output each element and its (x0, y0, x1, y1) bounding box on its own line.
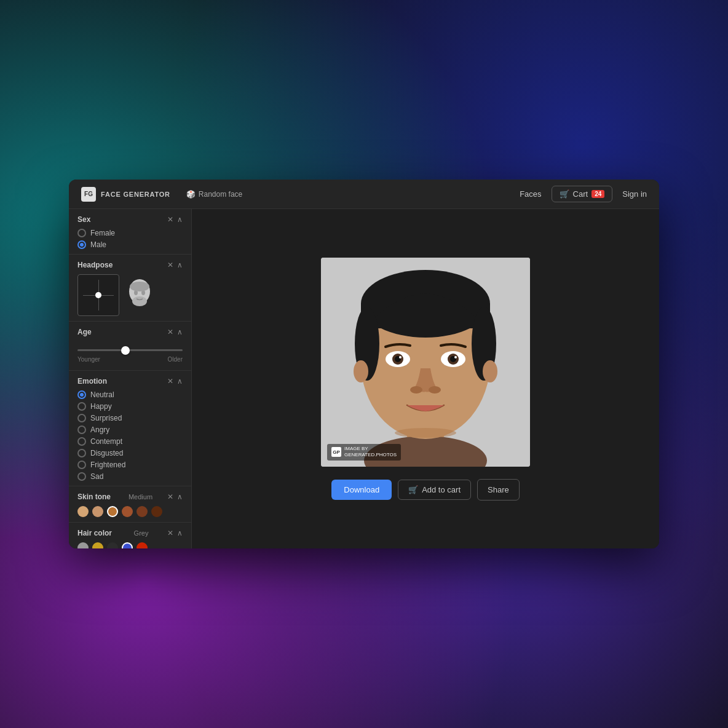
emotion-disgusted-radio[interactable] (77, 449, 86, 457)
headpose-collapse-icon[interactable]: ∧ (177, 261, 183, 269)
svg-point-24 (429, 386, 441, 394)
skin-tone-5[interactable] (136, 506, 148, 517)
sex-female-radio[interactable] (77, 229, 86, 237)
emotion-neutral-radio[interactable] (77, 390, 86, 399)
emotion-controls: ✕ ∧ (167, 377, 183, 386)
hair-color-blue[interactable] (122, 542, 133, 548)
dice-icon: 🎲 (186, 190, 196, 199)
emotion-collapse-icon[interactable]: ∧ (177, 377, 183, 386)
hair-color-black[interactable] (107, 542, 118, 548)
skin-tone-subtitle: Medium (129, 493, 152, 501)
emotion-radio-group: Neutral Happy Surprised Angry (77, 390, 183, 481)
age-min-label: Younger (77, 356, 100, 363)
cart-button[interactable]: 🛒 Cart 24 (552, 186, 613, 202)
emotion-happy-option[interactable]: Happy (77, 402, 183, 411)
svg-point-13 (354, 360, 368, 382)
emotion-clear-icon[interactable]: ✕ (167, 377, 173, 386)
emotion-section: Emotion ✕ ∧ Neutral Happy (69, 371, 191, 486)
hair-color-clear-icon[interactable]: ✕ (167, 529, 173, 537)
age-header: Age ✕ ∧ (77, 328, 183, 336)
hair-color-swatches (77, 542, 183, 548)
head-3d-svg (127, 278, 152, 312)
download-button[interactable]: Download (331, 480, 392, 500)
emotion-surprised-label: Surprised (90, 414, 122, 422)
svg-point-23 (410, 386, 422, 394)
hair-color-title: Hair color (77, 529, 112, 537)
emotion-surprised-radio[interactable] (77, 414, 86, 422)
emotion-surprised-option[interactable]: Surprised (77, 414, 183, 422)
sex-collapse-icon[interactable]: ∧ (177, 215, 183, 224)
sex-section-header: Sex ✕ ∧ (77, 215, 183, 224)
hair-color-collapse-icon[interactable]: ∧ (177, 529, 183, 537)
svg-point-4 (130, 282, 149, 291)
emotion-happy-radio[interactable] (77, 402, 86, 411)
skin-tone-collapse-icon[interactable]: ∧ (177, 493, 183, 501)
random-face-button[interactable]: 🎲 Random face (180, 188, 248, 201)
emotion-sad-radio[interactable] (77, 472, 86, 481)
emotion-title: Emotion (77, 377, 107, 386)
headpose-controls: ✕ ∧ (167, 261, 183, 269)
emotion-frightened-radio[interactable] (77, 461, 86, 469)
svg-point-21 (399, 356, 402, 358)
sex-male-option[interactable]: Male (77, 240, 183, 249)
age-slider-labels: Younger Older (77, 356, 183, 363)
share-button[interactable]: Share (477, 479, 520, 501)
svg-point-25 (395, 428, 456, 438)
svg-point-14 (483, 360, 497, 382)
skin-tone-header: Skin tone Medium ✕ ∧ (77, 493, 183, 501)
emotion-contempt-radio[interactable] (77, 437, 86, 446)
action-bar: Download 🛒 Add to cart Share (331, 479, 519, 501)
hair-color-subtitle: Grey (134, 529, 149, 537)
sex-clear-icon[interactable]: ✕ (167, 215, 173, 224)
sex-radio-group: Female Male (77, 229, 183, 249)
emotion-sad-option[interactable]: Sad (77, 472, 183, 481)
age-slider[interactable] (77, 349, 183, 351)
skin-tone-swatches (77, 506, 183, 517)
sex-female-label: Female (90, 229, 115, 237)
svg-point-1 (132, 296, 147, 306)
pose-grid[interactable] (77, 274, 119, 316)
skin-tone-title: Skin tone (77, 493, 111, 501)
headpose-clear-icon[interactable]: ✕ (167, 261, 173, 269)
age-collapse-icon[interactable]: ∧ (177, 328, 183, 336)
age-controls: ✕ ∧ (167, 328, 183, 336)
watermark-text: IMAGE BY GENERATED.PHOTOS (344, 446, 397, 459)
skin-tone-clear-icon[interactable]: ✕ (167, 493, 173, 501)
skin-tone-4[interactable] (122, 506, 133, 517)
skin-tone-6[interactable] (151, 506, 162, 517)
emotion-neutral-option[interactable]: Neutral (77, 390, 183, 399)
sex-controls: ✕ ∧ (167, 215, 183, 224)
age-max-label: Older (168, 356, 183, 363)
skin-tone-3[interactable] (107, 506, 118, 517)
sex-female-option[interactable]: Female (77, 229, 183, 237)
cart-label: Cart (573, 189, 588, 199)
random-face-label: Random face (199, 190, 242, 199)
hair-color-grey[interactable] (77, 542, 89, 548)
hair-color-blonde[interactable] (92, 542, 103, 548)
headpose-section: Headpose ✕ ∧ (69, 255, 191, 322)
skin-tone-controls: ✕ ∧ (167, 493, 183, 501)
skin-tone-1[interactable] (77, 506, 89, 517)
emotion-angry-option[interactable]: Angry (77, 425, 183, 434)
faces-link[interactable]: Faces (520, 189, 541, 199)
app-logo: FG (81, 187, 96, 202)
skin-tone-2[interactable] (92, 506, 103, 517)
add-to-cart-button[interactable]: 🛒 Add to cart (398, 480, 471, 500)
app-window: FG FACE GENERATOR 🎲 Random face Faces 🛒 … (69, 180, 659, 548)
hair-color-red[interactable] (136, 542, 148, 548)
emotion-angry-label: Angry (90, 425, 109, 434)
head-3d-preview (124, 274, 155, 316)
emotion-frightened-option[interactable]: Frightened (77, 461, 183, 469)
hair-color-section: Hair color Grey ✕ ∧ (69, 523, 191, 548)
pose-dot[interactable] (95, 292, 101, 298)
sex-male-radio[interactable] (77, 240, 86, 249)
hair-color-controls: ✕ ∧ (167, 529, 183, 537)
emotion-contempt-option[interactable]: Contempt (77, 437, 183, 446)
face-image-container: GP IMAGE BY GENERATED.PHOTOS (321, 258, 530, 467)
main-area: GP IMAGE BY GENERATED.PHOTOS Download 🛒 … (192, 209, 659, 548)
age-clear-icon[interactable]: ✕ (167, 328, 173, 336)
emotion-disgusted-option[interactable]: Disgusted (77, 449, 183, 457)
emotion-angry-radio[interactable] (77, 425, 86, 434)
signin-button[interactable]: Sign in (622, 189, 647, 199)
main-content: Sex ✕ ∧ Female Male (69, 209, 659, 548)
